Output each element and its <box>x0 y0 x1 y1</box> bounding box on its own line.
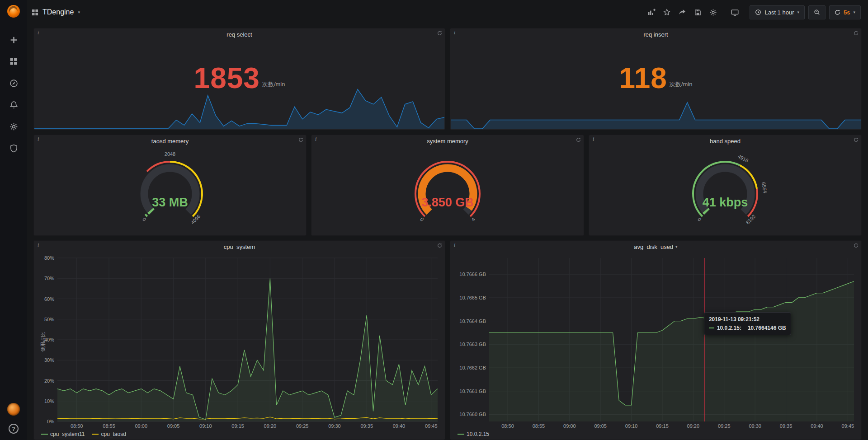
sidebar-item-help[interactable]: ? <box>9 424 19 434</box>
gauge-value: 33 MB <box>34 196 306 210</box>
panel-refresh-icon <box>576 137 581 142</box>
svg-text:09:15: 09:15 <box>656 423 669 429</box>
info-icon[interactable]: i <box>35 135 42 144</box>
dashboard: i req select 1853 次数/min <box>27 24 868 440</box>
info-icon[interactable]: i <box>35 28 42 37</box>
refresh-interval-label: 5s <box>844 9 850 16</box>
gauge-value: 41 kbps <box>589 196 861 210</box>
tooltip-series-value: 10.7664146 GB <box>748 325 786 331</box>
svg-text:10.7661 GB: 10.7661 GB <box>459 389 486 394</box>
chevron-down-icon: ▾ <box>675 245 678 249</box>
svg-text:09:35: 09:35 <box>360 423 373 429</box>
cycle-view-button[interactable] <box>728 5 741 19</box>
svg-text:6554: 6554 <box>761 182 768 193</box>
grafana-logo[interactable] <box>6 4 21 19</box>
svg-text:50%: 50% <box>44 317 54 322</box>
star-dashboard-button[interactable] <box>660 5 674 19</box>
navbar-actions: Last 1 hour ▾ 5s ▾ <box>645 5 861 19</box>
legend-item[interactable]: cpu_taosd <box>92 431 126 437</box>
singlestat-value: 1853 次数/min <box>34 40 445 117</box>
panel-taosd-memery: i taosd memery 020484096 33 MB <box>33 135 307 236</box>
info-icon[interactable]: i <box>35 241 42 249</box>
dashboard-settings-button[interactable] <box>706 5 720 19</box>
svg-text:0: 0 <box>142 216 147 222</box>
info-icon[interactable]: i <box>451 28 458 37</box>
bell-icon <box>10 101 18 109</box>
svg-text:08:55: 08:55 <box>533 423 545 429</box>
chevron-down-icon: ▾ <box>853 10 855 14</box>
info-icon[interactable]: i <box>312 135 319 144</box>
save-dashboard-button[interactable] <box>691 5 704 19</box>
system-memory-gauge[interactable]: 04 <box>311 147 584 235</box>
time-picker-button[interactable]: Last 1 hour ▾ <box>750 5 805 19</box>
y-axis-label: 使用占比 <box>40 332 47 352</box>
sidebar-item-create[interactable] <box>8 34 19 45</box>
svg-text:4916: 4916 <box>737 153 749 163</box>
panel-system-memory: i system memory 04 3.850 GB <box>311 135 584 236</box>
sidebar-item-explore[interactable] <box>8 78 19 89</box>
svg-text:09:00: 09:00 <box>135 423 148 429</box>
svg-text:10.7662 GB: 10.7662 GB <box>459 365 486 370</box>
legend-item[interactable]: 10.0.2.15 <box>458 431 489 437</box>
series-color-dash <box>41 434 48 435</box>
taosd-memery-gauge[interactable]: 020484096 <box>34 147 306 235</box>
info-icon[interactable]: i <box>451 241 458 249</box>
panel-req-select: i req select 1853 次数/min <box>33 28 445 130</box>
panel-title[interactable]: req select <box>34 28 445 40</box>
panel-title[interactable]: taosd memery <box>34 135 306 147</box>
panel-avg-disk-used: i avg_disk_used ▾ 2019-11-13 09:21:52 <box>450 240 862 440</box>
svg-text:10.7660 GB: 10.7660 GB <box>459 412 486 417</box>
dashboard-title-button[interactable]: TDengine ▾ <box>32 8 80 16</box>
info-icon[interactable]: i <box>590 135 597 144</box>
panel-band-speed: i band speed 0491665548192 41 kbps <box>589 135 862 236</box>
dashboard-grid-icon <box>32 9 38 16</box>
svg-text:09:10: 09:10 <box>625 423 638 429</box>
svg-text:4: 4 <box>470 216 476 222</box>
user-avatar[interactable] <box>7 403 20 416</box>
svg-text:09:05: 09:05 <box>167 423 180 429</box>
svg-text:09:25: 09:25 <box>296 423 309 429</box>
panel-title[interactable]: system memory <box>311 135 584 147</box>
time-range-label: Last 1 hour <box>764 9 794 16</box>
tooltip-series-name: 10.0.2.15: <box>717 325 741 331</box>
svg-text:09:15: 09:15 <box>231 423 244 429</box>
share-icon <box>679 9 686 15</box>
svg-text:09:25: 09:25 <box>718 423 731 429</box>
svg-text:08:50: 08:50 <box>501 423 514 429</box>
cpu-system-chart[interactable]: 使用占比 0%10%20%30%40%50%60%70%80%08:5008:5… <box>37 254 441 430</box>
share-dashboard-button[interactable] <box>675 5 689 19</box>
stat-value: 118 <box>619 66 667 92</box>
sidebar-item-configuration[interactable] <box>8 121 19 132</box>
series-color-dash <box>709 328 714 328</box>
legend-item[interactable]: cpu_system11 <box>41 431 85 437</box>
add-panel-button[interactable] <box>645 5 658 19</box>
chart-legend: 10.0.2.15 <box>453 430 858 439</box>
chevron-down-icon: ▾ <box>797 10 799 14</box>
svg-text:09:35: 09:35 <box>780 423 793 429</box>
svg-text:09:45: 09:45 <box>842 423 854 429</box>
panel-title[interactable]: req insert <box>450 28 861 40</box>
star-icon <box>663 9 670 16</box>
stat-unit: 次数/min <box>670 80 693 89</box>
svg-text:08:50: 08:50 <box>71 423 83 429</box>
svg-text:10.7664 GB: 10.7664 GB <box>459 318 486 324</box>
panel-refresh-icon <box>437 31 442 36</box>
panel-title[interactable]: avg_disk_used ▾ <box>450 241 861 253</box>
avg-disk-used-chart[interactable]: 2019-11-13 09:21:52 10.0.2.15: 10.766414… <box>453 254 858 430</box>
plus-icon <box>9 36 18 44</box>
svg-text:10.7665 GB: 10.7665 GB <box>459 295 486 300</box>
refresh-button[interactable]: 5s ▾ <box>829 5 861 19</box>
panel-refresh-icon <box>854 137 859 142</box>
sidebar-item-server-admin[interactable] <box>8 143 19 154</box>
sidebar-item-alerting[interactable] <box>8 99 19 110</box>
panel-title[interactable]: band speed <box>589 135 861 147</box>
svg-text:10.7663 GB: 10.7663 GB <box>459 342 486 347</box>
sidebar-item-dashboards[interactable] <box>8 56 19 67</box>
page-title: TDengine <box>42 8 74 16</box>
zoom-out-button[interactable] <box>808 5 826 19</box>
panel-refresh-icon <box>298 137 303 142</box>
chevron-down-icon: ▾ <box>78 10 80 14</box>
panel-title[interactable]: cpu_system <box>34 241 445 253</box>
svg-text:4096: 4096 <box>190 213 202 225</box>
band-speed-gauge[interactable]: 0491665548192 <box>589 147 861 235</box>
